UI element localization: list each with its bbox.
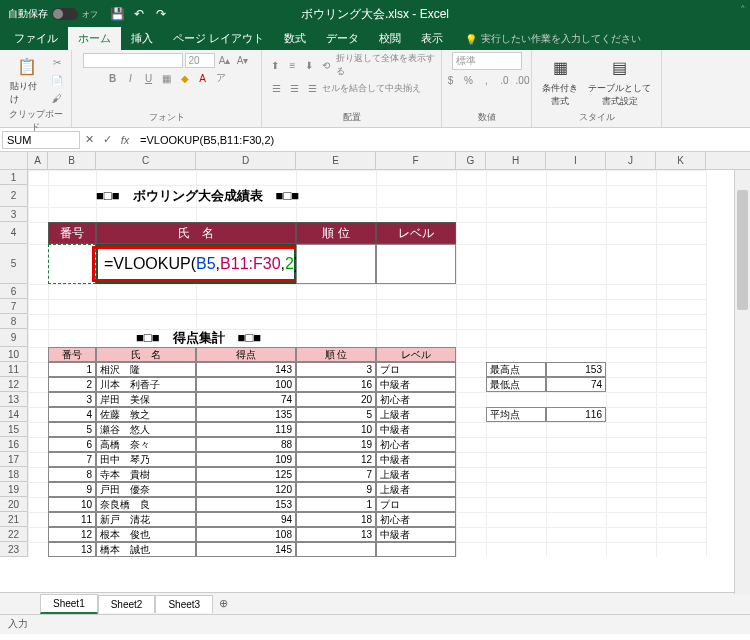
number-format-combo[interactable]: 標準 [452,52,522,70]
col-K[interactable]: K [656,152,706,169]
row-18[interactable]: 18 [0,467,28,482]
sheet-tab-1[interactable]: Sheet1 [40,594,98,614]
new-sheet-button[interactable]: ⊕ [213,597,233,610]
align-bot-icon[interactable]: ⬇ [302,57,317,73]
underline-button[interactable]: U [141,70,157,86]
col-C[interactable]: C [96,152,196,169]
row-1[interactable]: 1 [0,170,28,185]
undo-icon[interactable]: ↶ [132,7,146,21]
phonetic-icon[interactable]: ア [213,70,229,86]
row-22[interactable]: 22 [0,527,28,542]
row-10[interactable]: 10 [0,347,28,362]
tab-view[interactable]: 表示 [411,27,453,50]
tab-file[interactable]: ファイル [4,27,68,50]
tab-formulas[interactable]: 数式 [274,27,316,50]
tab-home[interactable]: ホーム [68,27,121,50]
dec-decimal-icon[interactable]: .00 [515,72,531,88]
scroll-thumb[interactable] [737,190,748,310]
row-21[interactable]: 21 [0,512,28,527]
row-13[interactable]: 13 [0,392,28,407]
comma-icon[interactable]: , [479,72,495,88]
row-9[interactable]: 9 [0,329,28,347]
sheet-tab-2[interactable]: Sheet2 [98,595,156,613]
row-6[interactable]: 6 [0,284,28,299]
select-all-button[interactable] [0,152,28,170]
wrap-button[interactable]: 折り返して全体を表示する [336,52,435,78]
row-7[interactable]: 7 [0,299,28,314]
cell-rank-18: 7 [296,467,376,482]
stat-max-l: 最高点 [486,362,546,377]
align-left-icon[interactable]: ☰ [268,80,284,96]
row-11[interactable]: 11 [0,362,28,377]
cell-name-14: 佐藤 敦之 [96,407,196,422]
conditional-format-button[interactable]: ▦条件付き 書式 [538,54,582,110]
align-center-icon[interactable]: ☰ [286,80,302,96]
redo-icon[interactable]: ↷ [154,7,168,21]
autosave-toggle[interactable]: 自動保存 オフ [8,7,98,21]
autosave-state: オフ [82,9,98,20]
tell-me[interactable]: 💡実行したい作業を入力してください [459,28,647,50]
grow-font-icon[interactable]: A▴ [217,52,233,68]
row-headers[interactable]: 1234567891011121314151617181920212223 [0,170,28,557]
row-8[interactable]: 8 [0,314,28,329]
row-19[interactable]: 19 [0,482,28,497]
hdr2-score: 得点 [196,347,296,362]
row-2[interactable]: 2 [0,185,28,207]
col-D[interactable]: D [196,152,296,169]
cut-icon[interactable]: ✂ [49,54,65,70]
row-15[interactable]: 15 [0,422,28,437]
worksheet[interactable]: ABCDEFGHIJK 1234567891011121314151617181… [0,152,750,592]
align-top-icon[interactable]: ⬆ [268,57,283,73]
copy-icon[interactable]: 📄 [49,72,65,88]
fill-color-icon[interactable]: ◆ [177,70,193,86]
fx-icon[interactable]: fx [116,134,134,146]
save-icon[interactable]: 💾 [110,7,124,21]
col-F[interactable]: F [376,152,456,169]
row-16[interactable]: 16 [0,437,28,452]
inc-decimal-icon[interactable]: .0 [497,72,513,88]
tab-page-layout[interactable]: ページ レイアウト [163,27,274,50]
shrink-font-icon[interactable]: A▾ [235,52,251,68]
tab-review[interactable]: 校閲 [369,27,411,50]
bold-button[interactable]: B [105,70,121,86]
format-table-button[interactable]: ▤テーブルとして 書式設定 [584,54,655,110]
format-painter-icon[interactable]: 🖌 [49,90,65,106]
col-E[interactable]: E [296,152,376,169]
row-3[interactable]: 3 [0,207,28,222]
font-family-combo[interactable] [83,53,183,68]
font-size-combo[interactable]: 20 [185,53,215,68]
column-headers[interactable]: ABCDEFGHIJK [28,152,750,170]
sheet-tab-3[interactable]: Sheet3 [155,595,213,613]
vertical-scrollbar[interactable] [734,170,750,594]
toggle-icon[interactable] [52,8,78,20]
col-B[interactable]: B [48,152,96,169]
col-A[interactable]: A [28,152,48,169]
cancel-icon[interactable]: ✕ [80,133,98,146]
row-17[interactable]: 17 [0,452,28,467]
row-5[interactable]: 5 [0,244,28,284]
border-icon[interactable]: ▦ [159,70,175,86]
merge-button[interactable]: セルを結合して中央揃え [322,82,421,95]
orientation-icon[interactable]: ⟲ [319,57,334,73]
font-color-icon[interactable]: A [195,70,211,86]
align-right-icon[interactable]: ☰ [304,80,320,96]
currency-icon[interactable]: $ [443,72,459,88]
collapse-ribbon-icon[interactable]: ˄ [740,4,746,17]
row-20[interactable]: 20 [0,497,28,512]
col-H[interactable]: H [486,152,546,169]
formula-input[interactable]: =VLOOKUP(B5,B11:F30,2) [134,132,750,148]
row-14[interactable]: 14 [0,407,28,422]
italic-button[interactable]: I [123,70,139,86]
align-mid-icon[interactable]: ≡ [285,57,300,73]
percent-icon[interactable]: % [461,72,477,88]
row-4[interactable]: 4 [0,222,28,244]
row-12[interactable]: 12 [0,377,28,392]
col-I[interactable]: I [546,152,606,169]
col-J[interactable]: J [606,152,656,169]
tab-data[interactable]: データ [316,27,369,50]
row-23[interactable]: 23 [0,542,28,557]
col-G[interactable]: G [456,152,486,169]
paste-button[interactable]: 📋貼り付け [6,52,47,108]
enter-icon[interactable]: ✓ [98,133,116,146]
tab-insert[interactable]: 挿入 [121,27,163,50]
